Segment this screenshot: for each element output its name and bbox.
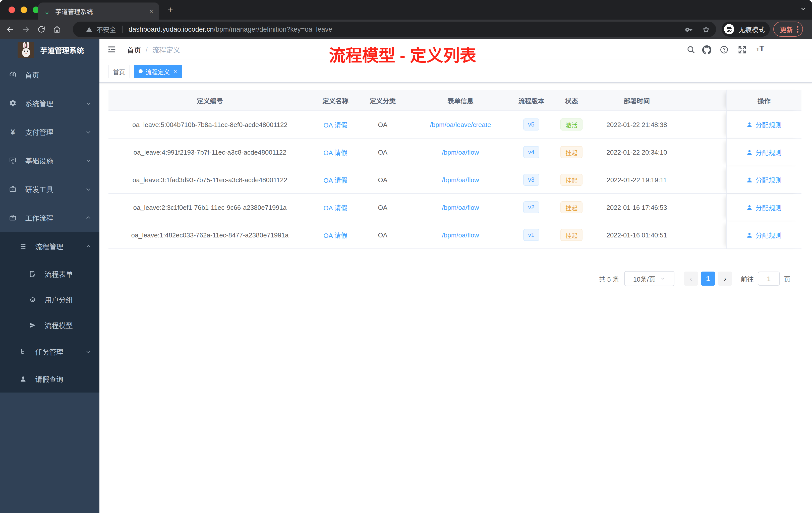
sidebar-item-user-group[interactable]: 用户分组	[0, 286, 99, 312]
table-row: oa_leave:1:482ec033-762a-11ec-8477-a2380…	[109, 221, 802, 249]
definition-id-cell: oa_leave:3:1fad3d93-7b75-11ec-a3c8-acde4…	[109, 166, 311, 193]
page-size-select[interactable]: 10条/页	[624, 271, 674, 286]
traffic-light-minimize[interactable]	[21, 6, 27, 13]
definition-name-link[interactable]: OA 请假	[323, 175, 347, 184]
chevron-up-icon	[85, 243, 91, 249]
assign-rule-button[interactable]: 分配规则	[747, 203, 782, 212]
browser-update-button[interactable]: 更新	[773, 22, 803, 37]
assign-rule-button[interactable]: 分配规则	[747, 120, 782, 129]
dashboard-icon	[9, 71, 17, 78]
status-badge: 挂起	[560, 229, 582, 241]
definition-name-link[interactable]: OA 请假	[323, 120, 347, 129]
form-link[interactable]: /bpm/oa/flow	[442, 231, 479, 239]
version-badge: v4	[523, 146, 539, 158]
form-link[interactable]: /bpm/oa/flow	[442, 204, 479, 211]
sidebar-item-task-management[interactable]: 任务管理	[0, 338, 99, 365]
forward-icon[interactable]	[22, 25, 30, 34]
pagination: 共 5 条 10条/页 ‹ 1 › 前往 页	[109, 271, 790, 286]
fullscreen-icon[interactable]	[738, 45, 747, 54]
help-icon[interactable]	[720, 45, 729, 54]
sidebar-item-workflow[interactable]: 工作流程	[0, 203, 99, 232]
update-label: 更新	[780, 24, 793, 34]
hamburger-collapse-icon[interactable]	[107, 45, 116, 54]
sidebar-item-dev-tools[interactable]: 研发工具	[0, 175, 99, 203]
category-cell: OA	[359, 166, 406, 193]
sidebar-item-label: 流程表单	[45, 269, 73, 279]
definition-id-cell: oa_leave:2:3c1f0ef1-76b1-11ec-9c66-a2380…	[109, 194, 311, 221]
deploy-time-cell: 2022-01-22 21:48:38	[596, 111, 678, 138]
definition-table: 定义编号 定义名称 定义分类 表单信息 流程版本 状态 部署时间 操作 oa_l…	[109, 90, 802, 249]
sidebar-item-leave-query[interactable]: 请假查询	[0, 365, 99, 393]
category-cell: OA	[359, 111, 406, 138]
incognito-icon	[724, 24, 735, 35]
select-chevron-icon	[660, 276, 665, 281]
form-link[interactable]: /bpm/oa/leave/create	[430, 121, 491, 128]
search-icon[interactable]	[687, 45, 696, 54]
traffic-light-close[interactable]	[8, 6, 15, 13]
paper-plane-icon	[29, 322, 36, 329]
tag-home[interactable]: 首页	[108, 64, 130, 78]
sidebar-item-label: 研发工具	[25, 184, 53, 194]
bookmark-star-icon[interactable]	[702, 25, 710, 33]
sidebar-item-label: 流程管理	[35, 241, 63, 251]
main-area: 首页 / 流程定义 TT	[99, 39, 812, 513]
next-page-button[interactable]: ›	[718, 272, 732, 285]
back-icon[interactable]	[6, 25, 14, 34]
status-badge: 激活	[560, 118, 582, 130]
status-badge: 挂起	[560, 146, 582, 158]
browser-tabstrip: 芋道管理系统 × +	[0, 0, 812, 20]
monitor-icon	[9, 157, 17, 164]
reload-icon[interactable]	[37, 25, 46, 34]
goto-page-input[interactable]	[758, 272, 780, 285]
person-icon	[747, 121, 753, 128]
table-row: oa_leave:4:991f2193-7b7f-11ec-a3c8-acde4…	[109, 139, 802, 166]
definition-name-link[interactable]: OA 请假	[323, 203, 347, 212]
page-number-button[interactable]: 1	[701, 272, 715, 285]
column-header: 表单信息	[406, 90, 515, 111]
workflow-submenu: 流程管理 流程表单 用户分组 流程模型 任务管理	[0, 232, 99, 393]
sidebar-item-payment[interactable]: ¥ 支付管理	[0, 117, 99, 146]
person-icon	[747, 149, 753, 155]
form-link[interactable]: /bpm/oa/flow	[442, 148, 479, 156]
person-icon	[747, 204, 753, 211]
home-icon[interactable]	[53, 25, 61, 34]
tab-search-chevron-icon[interactable]	[801, 6, 806, 11]
tab-close-icon[interactable]: ×	[148, 7, 154, 15]
assign-rule-button[interactable]: 分配规则	[747, 175, 782, 184]
form-link[interactable]: /bpm/oa/flow	[442, 176, 479, 183]
column-header: 状态	[547, 90, 596, 111]
sidebar-item-label: 基础设施	[25, 155, 53, 165]
sidebar-item-system[interactable]: 系统管理	[0, 89, 99, 117]
chevron-down-icon	[85, 186, 91, 192]
key-icon[interactable]	[685, 25, 693, 33]
assign-rule-button[interactable]: 分配规则	[747, 147, 782, 157]
definition-name-link[interactable]: OA 请假	[323, 147, 347, 157]
prev-page-button[interactable]: ‹	[684, 272, 698, 285]
browser-tab[interactable]: 芋道管理系统 ×	[38, 2, 159, 20]
org-tree-icon	[20, 348, 27, 355]
column-header: 定义分类	[359, 90, 406, 111]
sidebar-item-process-model[interactable]: 流程模型	[0, 312, 99, 338]
assign-rule-button[interactable]: 分配规则	[747, 230, 782, 240]
sidebar-item-label: 流程模型	[45, 320, 73, 330]
yen-icon: ¥	[9, 127, 17, 136]
sidebar-logo[interactable]: 芋道管理系统	[0, 39, 99, 60]
definition-name-link[interactable]: OA 请假	[323, 230, 347, 240]
version-badge: v1	[523, 229, 539, 241]
sidebar-item-process-form[interactable]: 流程表单	[0, 261, 99, 286]
deploy-time-cell: 2022-01-22 19:19:11	[596, 166, 678, 193]
sidebar-item-home[interactable]: 首页	[0, 60, 99, 89]
github-icon[interactable]	[702, 45, 712, 55]
column-filler	[678, 90, 726, 111]
tag-close-icon[interactable]: ×	[174, 68, 177, 74]
address-bar[interactable]: 不安全 dashboard.yudao.iocoder.cn/bpm/manag…	[73, 22, 716, 37]
breadcrumb-home[interactable]: 首页	[127, 44, 141, 55]
new-tab-button[interactable]: +	[164, 4, 176, 16]
tag-label: 流程定义	[146, 67, 170, 76]
tag-process-definition[interactable]: 流程定义 ×	[134, 64, 182, 78]
font-size-icon[interactable]: TT	[756, 44, 764, 53]
sidebar-item-infrastructure[interactable]: 基础设施	[0, 146, 99, 175]
sidebar-item-process-management[interactable]: 流程管理	[0, 232, 99, 261]
browser-menu-icon[interactable]	[797, 25, 799, 33]
chevron-down-icon	[85, 349, 91, 355]
